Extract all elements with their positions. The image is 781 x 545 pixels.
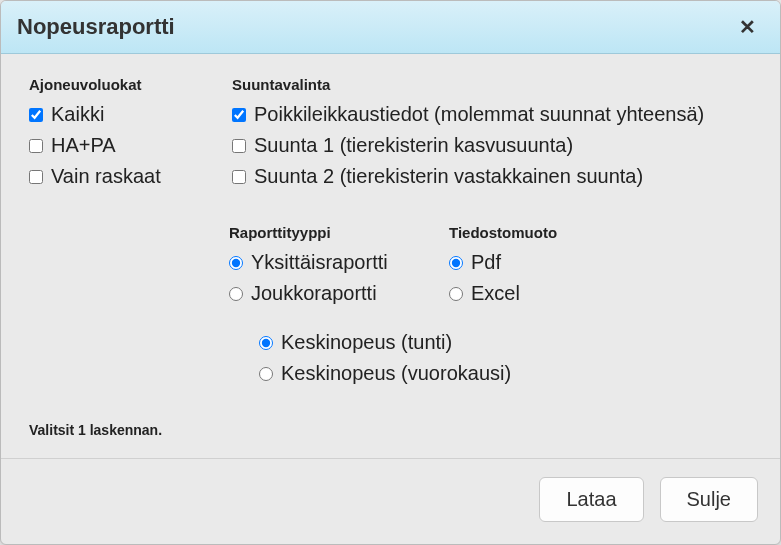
radio-keskinopeus-vrk[interactable]: Keskinopeus (vuorokausi) (259, 362, 752, 385)
checkbox-kaikki-label: Kaikki (51, 103, 104, 126)
checkbox-poikkileikkaus[interactable]: Poikkileikkaustiedot (molemmat suunnat y… (232, 103, 752, 126)
checkbox-suunta2-input[interactable] (232, 170, 246, 184)
status-text: Valitsit 1 laskennan. (29, 422, 752, 448)
checkbox-vain-raskaat[interactable]: Vain raskaat (29, 165, 194, 188)
checkbox-vain-raskaat-input[interactable] (29, 170, 43, 184)
radio-keskinopeus-tunti-input[interactable] (259, 336, 273, 350)
top-row: Ajoneuvoluokat Kaikki HA+PA Vain raskaat… (29, 76, 752, 196)
radio-joukko-label: Joukkoraportti (251, 282, 377, 305)
direction-group: Suuntavalinta Poikkileikkaustiedot (mole… (232, 76, 752, 196)
download-button[interactable]: Lataa (539, 477, 643, 522)
radio-keskinopeus-vrk-label: Keskinopeus (vuorokausi) (281, 362, 511, 385)
radio-keskinopeus-vrk-input[interactable] (259, 367, 273, 381)
checkbox-suunta1-label: Suunta 1 (tierekisterin kasvusuunta) (254, 134, 573, 157)
checkbox-vain-raskaat-label: Vain raskaat (51, 165, 161, 188)
radio-joukko[interactable]: Joukkoraportti (229, 282, 409, 305)
file-format-group: Tiedostomuoto Pdf Excel (449, 224, 569, 313)
checkbox-suunta1-input[interactable] (232, 139, 246, 153)
checkbox-suunta2-label: Suunta 2 (tierekisterin vastakkainen suu… (254, 165, 643, 188)
file-format-label: Tiedostomuoto (449, 224, 569, 241)
radio-excel-input[interactable] (449, 287, 463, 301)
checkbox-hapa-input[interactable] (29, 139, 43, 153)
checkbox-hapa[interactable]: HA+PA (29, 134, 194, 157)
radio-pdf-label: Pdf (471, 251, 501, 274)
checkbox-poikkileikkaus-label: Poikkileikkaustiedot (molemmat suunnat y… (254, 103, 704, 126)
radio-yksittais-label: Yksittäisraportti (251, 251, 388, 274)
mid-section: Raporttityyppi Yksittäisraportti Joukkor… (229, 224, 752, 313)
checkbox-poikkileikkaus-input[interactable] (232, 108, 246, 122)
dialog-title: Nopeusraportti (17, 14, 175, 40)
radio-joukko-input[interactable] (229, 287, 243, 301)
radio-keskinopeus-tunti-label: Keskinopeus (tunti) (281, 331, 452, 354)
radio-yksittais-input[interactable] (229, 256, 243, 270)
checkbox-kaikki[interactable]: Kaikki (29, 103, 194, 126)
close-button[interactable]: Sulje (660, 477, 758, 522)
radio-excel[interactable]: Excel (449, 282, 569, 305)
close-icon[interactable]: ✕ (731, 13, 764, 41)
direction-label: Suuntavalinta (232, 76, 752, 93)
speed-options-group: Keskinopeus (tunti) Keskinopeus (vuoroka… (259, 331, 752, 393)
checkbox-suunta2[interactable]: Suunta 2 (tierekisterin vastakkainen suu… (232, 165, 752, 188)
radio-yksittais[interactable]: Yksittäisraportti (229, 251, 409, 274)
checkbox-suunta1[interactable]: Suunta 1 (tierekisterin kasvusuunta) (232, 134, 752, 157)
vehicle-classes-label: Ajoneuvoluokat (29, 76, 194, 93)
titlebar: Nopeusraportti ✕ (1, 1, 780, 54)
checkbox-hapa-label: HA+PA (51, 134, 116, 157)
dialog-footer: Lataa Sulje (1, 458, 780, 544)
report-type-label: Raporttityyppi (229, 224, 409, 241)
dialog-content: Ajoneuvoluokat Kaikki HA+PA Vain raskaat… (1, 54, 780, 458)
radio-keskinopeus-tunti[interactable]: Keskinopeus (tunti) (259, 331, 752, 354)
vehicle-classes-group: Ajoneuvoluokat Kaikki HA+PA Vain raskaat (29, 76, 194, 196)
report-type-group: Raporttityyppi Yksittäisraportti Joukkor… (229, 224, 409, 313)
dialog-speed-report: Nopeusraportti ✕ Ajoneuvoluokat Kaikki H… (0, 0, 781, 545)
checkbox-kaikki-input[interactable] (29, 108, 43, 122)
radio-pdf[interactable]: Pdf (449, 251, 569, 274)
radio-pdf-input[interactable] (449, 256, 463, 270)
radio-excel-label: Excel (471, 282, 520, 305)
